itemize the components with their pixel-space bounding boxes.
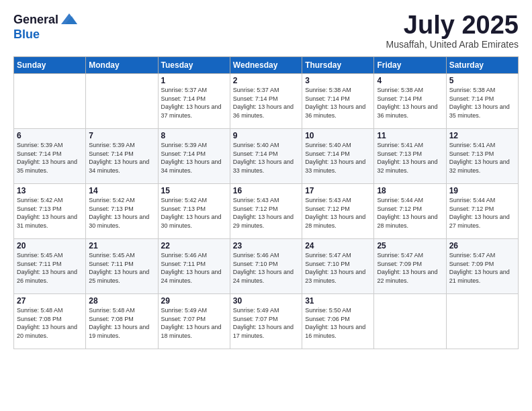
logo-blue-text: Blue — [13, 28, 40, 42]
day-info: Sunrise: 5:40 AM Sunset: 7:14 PM Dayligh… — [305, 141, 371, 175]
day-info: Sunrise: 5:44 AM Sunset: 7:12 PM Dayligh… — [377, 196, 443, 230]
day-number: 17 — [305, 186, 371, 195]
header: General Blue July 2025 Musaffah, United … — [13, 12, 519, 50]
day-info: Sunrise: 5:43 AM Sunset: 7:12 PM Dayligh… — [233, 196, 299, 230]
day-info: Sunrise: 5:41 AM Sunset: 7:13 PM Dayligh… — [377, 141, 443, 175]
day-info: Sunrise: 5:45 AM Sunset: 7:11 PM Dayligh… — [89, 251, 154, 285]
day-info: Sunrise: 5:39 AM Sunset: 7:14 PM Dayligh… — [89, 141, 154, 175]
calendar-week-row: 13Sunrise: 5:42 AM Sunset: 7:13 PM Dayli… — [14, 184, 519, 239]
calendar-week-row: 6Sunrise: 5:39 AM Sunset: 7:14 PM Daylig… — [14, 129, 519, 184]
day-number: 5 — [449, 76, 515, 85]
day-info: Sunrise: 5:47 AM Sunset: 7:10 PM Dayligh… — [305, 251, 371, 285]
location: Musaffah, United Arab Emirates — [386, 39, 519, 50]
calendar-cell: 1Sunrise: 5:37 AM Sunset: 7:14 PM Daylig… — [158, 74, 230, 129]
calendar-cell: 18Sunrise: 5:44 AM Sunset: 7:12 PM Dayli… — [374, 184, 446, 239]
day-number: 26 — [449, 241, 515, 250]
calendar-cell: 13Sunrise: 5:42 AM Sunset: 7:13 PM Dayli… — [14, 184, 86, 239]
day-info: Sunrise: 5:37 AM Sunset: 7:14 PM Dayligh… — [233, 86, 299, 120]
day-info: Sunrise: 5:48 AM Sunset: 7:08 PM Dayligh… — [17, 306, 83, 340]
day-info: Sunrise: 5:46 AM Sunset: 7:10 PM Dayligh… — [233, 251, 299, 285]
day-info: Sunrise: 5:42 AM Sunset: 7:13 PM Dayligh… — [161, 196, 227, 230]
day-of-week-header: Saturday — [446, 57, 518, 74]
logo-icon — [60, 9, 79, 28]
day-number: 2 — [233, 76, 299, 85]
day-number: 19 — [449, 186, 515, 195]
calendar-cell: 24Sunrise: 5:47 AM Sunset: 7:10 PM Dayli… — [302, 239, 374, 294]
day-info: Sunrise: 5:40 AM Sunset: 7:14 PM Dayligh… — [233, 141, 299, 175]
day-number: 11 — [377, 131, 443, 140]
calendar-cell — [86, 74, 158, 129]
calendar-cell: 14Sunrise: 5:42 AM Sunset: 7:13 PM Dayli… — [86, 184, 158, 239]
day-info: Sunrise: 5:43 AM Sunset: 7:12 PM Dayligh… — [305, 196, 371, 230]
day-number: 25 — [377, 241, 443, 250]
calendar-cell: 17Sunrise: 5:43 AM Sunset: 7:12 PM Dayli… — [302, 184, 374, 239]
calendar-cell — [14, 74, 86, 129]
page: General Blue July 2025 Musaffah, United … — [0, 0, 532, 411]
calendar-cell: 20Sunrise: 5:45 AM Sunset: 7:11 PM Dayli… — [14, 239, 86, 294]
day-info: Sunrise: 5:49 AM Sunset: 7:07 PM Dayligh… — [161, 306, 227, 340]
day-number: 12 — [449, 131, 515, 140]
calendar-cell: 19Sunrise: 5:44 AM Sunset: 7:12 PM Dayli… — [446, 184, 518, 239]
calendar-cell: 31Sunrise: 5:50 AM Sunset: 7:06 PM Dayli… — [302, 294, 374, 349]
day-number: 28 — [89, 296, 154, 306]
calendar-week-row: 20Sunrise: 5:45 AM Sunset: 7:11 PM Dayli… — [14, 239, 519, 294]
calendar-cell: 26Sunrise: 5:47 AM Sunset: 7:09 PM Dayli… — [446, 239, 518, 294]
day-number: 3 — [305, 76, 371, 85]
day-number: 22 — [161, 241, 227, 250]
day-info: Sunrise: 5:41 AM Sunset: 7:13 PM Dayligh… — [449, 141, 515, 175]
day-number: 31 — [305, 296, 371, 306]
calendar-cell: 23Sunrise: 5:46 AM Sunset: 7:10 PM Dayli… — [230, 239, 302, 294]
calendar-cell: 2Sunrise: 5:37 AM Sunset: 7:14 PM Daylig… — [230, 74, 302, 129]
calendar-cell: 4Sunrise: 5:38 AM Sunset: 7:14 PM Daylig… — [374, 74, 446, 129]
day-info: Sunrise: 5:39 AM Sunset: 7:14 PM Dayligh… — [161, 141, 227, 175]
calendar-cell: 10Sunrise: 5:40 AM Sunset: 7:14 PM Dayli… — [302, 129, 374, 184]
day-info: Sunrise: 5:48 AM Sunset: 7:08 PM Dayligh… — [89, 306, 154, 340]
day-info: Sunrise: 5:46 AM Sunset: 7:11 PM Dayligh… — [161, 251, 227, 285]
day-number: 1 — [161, 76, 227, 85]
calendar-cell: 16Sunrise: 5:43 AM Sunset: 7:12 PM Dayli… — [230, 184, 302, 239]
calendar-cell: 25Sunrise: 5:47 AM Sunset: 7:09 PM Dayli… — [374, 239, 446, 294]
day-number: 21 — [89, 241, 154, 250]
calendar-cell: 12Sunrise: 5:41 AM Sunset: 7:13 PM Dayli… — [446, 129, 518, 184]
day-number: 23 — [233, 241, 299, 250]
day-of-week-header: Friday — [374, 57, 446, 74]
calendar-cell: 15Sunrise: 5:42 AM Sunset: 7:13 PM Dayli… — [158, 184, 230, 239]
logo: General Blue — [13, 12, 79, 42]
day-info: Sunrise: 5:38 AM Sunset: 7:14 PM Dayligh… — [377, 86, 443, 120]
calendar-cell — [446, 294, 518, 349]
day-number: 4 — [377, 76, 443, 85]
calendar-cell: 27Sunrise: 5:48 AM Sunset: 7:08 PM Dayli… — [14, 294, 86, 349]
calendar-cell: 3Sunrise: 5:38 AM Sunset: 7:14 PM Daylig… — [302, 74, 374, 129]
calendar-cell: 7Sunrise: 5:39 AM Sunset: 7:14 PM Daylig… — [86, 129, 158, 184]
day-of-week-header: Wednesday — [230, 57, 302, 74]
day-info: Sunrise: 5:38 AM Sunset: 7:14 PM Dayligh… — [449, 86, 515, 120]
day-info: Sunrise: 5:37 AM Sunset: 7:14 PM Dayligh… — [161, 86, 227, 120]
day-info: Sunrise: 5:42 AM Sunset: 7:13 PM Dayligh… — [89, 196, 154, 230]
title-block: July 2025 Musaffah, United Arab Emirates — [386, 12, 519, 50]
calendar-cell: 28Sunrise: 5:48 AM Sunset: 7:08 PM Dayli… — [86, 294, 158, 349]
calendar-cell: 6Sunrise: 5:39 AM Sunset: 7:14 PM Daylig… — [14, 129, 86, 184]
calendar-header-row: SundayMondayTuesdayWednesdayThursdayFrid… — [14, 57, 519, 74]
calendar-cell: 8Sunrise: 5:39 AM Sunset: 7:14 PM Daylig… — [158, 129, 230, 184]
day-number: 14 — [89, 186, 154, 195]
calendar-cell: 22Sunrise: 5:46 AM Sunset: 7:11 PM Dayli… — [158, 239, 230, 294]
day-number: 10 — [305, 131, 371, 140]
day-info: Sunrise: 5:50 AM Sunset: 7:06 PM Dayligh… — [305, 306, 371, 340]
day-of-week-header: Monday — [86, 57, 158, 74]
day-of-week-header: Tuesday — [158, 57, 230, 74]
day-number: 16 — [233, 186, 299, 195]
day-info: Sunrise: 5:38 AM Sunset: 7:14 PM Dayligh… — [305, 86, 371, 120]
day-info: Sunrise: 5:45 AM Sunset: 7:11 PM Dayligh… — [17, 251, 83, 285]
calendar-cell: 5Sunrise: 5:38 AM Sunset: 7:14 PM Daylig… — [446, 74, 518, 129]
calendar-cell: 9Sunrise: 5:40 AM Sunset: 7:14 PM Daylig… — [230, 129, 302, 184]
calendar-table: SundayMondayTuesdayWednesdayThursdayFrid… — [13, 56, 519, 349]
calendar-cell: 21Sunrise: 5:45 AM Sunset: 7:11 PM Dayli… — [86, 239, 158, 294]
day-of-week-header: Sunday — [14, 57, 86, 74]
day-number: 30 — [233, 296, 299, 306]
day-info: Sunrise: 5:39 AM Sunset: 7:14 PM Dayligh… — [17, 141, 83, 175]
day-info: Sunrise: 5:42 AM Sunset: 7:13 PM Dayligh… — [17, 196, 83, 230]
calendar-week-row: 1Sunrise: 5:37 AM Sunset: 7:14 PM Daylig… — [14, 74, 519, 129]
day-number: 27 — [17, 296, 83, 306]
day-number: 18 — [377, 186, 443, 195]
day-number: 20 — [17, 241, 83, 250]
